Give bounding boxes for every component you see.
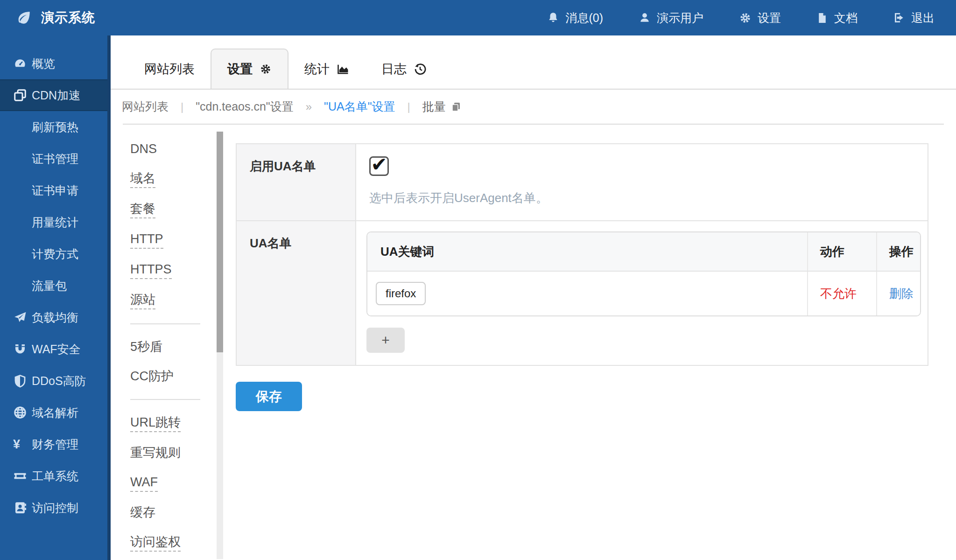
header-ua-keyword: UA关键词 [367,232,807,271]
menu-item-dns[interactable]: DNS [130,142,217,158]
sidebar-item-traffic-package[interactable]: 流量包 [0,270,107,301]
messages-menu-item[interactable]: 消息(0) [547,10,603,26]
sidebar-item-label: CDN加速 [32,88,80,103]
menu-item-cc-protect[interactable]: CC防护 [130,370,217,385]
menu-item-access-auth[interactable]: 访问鉴权 [130,535,217,552]
sidebar-item-label: 概览 [32,56,55,71]
sidebar-item-waf[interactable]: WAF安全 [0,333,107,365]
docs-menu-item[interactable]: 文档 [816,10,858,26]
brand: 演示系统 [0,9,95,27]
sidebar-item-cert-manage[interactable]: 证书管理 [0,143,107,175]
sidebar-item-refresh-preheat[interactable]: 刷新预热 [0,111,107,143]
tab-site-list[interactable]: 网站列表 [128,49,211,89]
user-icon [639,12,651,24]
copy-icon [450,101,462,112]
menu-item-cache[interactable]: 缓存 [130,506,217,521]
tab-statistics[interactable]: 统计 [288,49,366,89]
enable-ua-checkbox[interactable]: ✔ [369,156,389,176]
sidebar-item-billing-method[interactable]: 计费方式 [0,238,107,270]
menu-item-domain[interactable]: 域名 [130,172,217,188]
globe-icon [13,406,32,420]
sidebar-item-usage-stats[interactable]: 用量统计 [0,206,107,238]
docs-label: 文档 [834,10,858,26]
tab-label: 统计 [304,61,330,77]
breadcrumb-current[interactable]: "UA名单"设置 [324,99,395,114]
action-deny-toggle[interactable]: 不允许 [820,286,857,302]
settings-content: DNS 域名 套餐 HTTP HTTPS 源站 5秒盾 CC防护 URL跳转 重… [111,125,956,559]
document-icon [816,12,828,24]
ua-keyword-input[interactable]: firefox [376,282,426,305]
bell-icon [547,12,559,24]
settings-label: 设置 [758,10,781,26]
user-label: 演示用户 [657,10,703,26]
sidebar: 概览 CDN加速 刷新预热 证书管理 证书申请 用量统计 计费方式 流量包 [0,35,111,560]
breadcrumb-site-settings[interactable]: "cdn.teaos.cn"设置 [196,99,294,114]
magnet-icon [13,342,32,356]
breadcrumb-separator: | [181,100,183,113]
breadcrumb: 网站列表 | "cdn.teaos.cn"设置 » "UA名单"设置 | 批量 [111,90,956,124]
menu-item-origin[interactable]: 源站 [130,293,217,309]
table-row: firefox 不允许 删除 [367,272,920,315]
chart-area-icon [337,63,350,76]
sidebar-item-label: 刷新预热 [32,119,78,135]
gear-icon [739,12,752,24]
enable-ua-row: 启用UA名单 ✔ 选中后表示开启UserAgent名单。 [237,144,928,220]
menu-item-waf[interactable]: WAF [130,476,217,492]
settings-menu-item[interactable]: 设置 [739,10,781,26]
logout-menu-item[interactable]: 退出 [893,10,935,26]
menu-item-plan[interactable]: 套餐 [130,202,217,218]
settings-side-menu: DNS 域名 套餐 HTTP HTTPS 源站 5秒盾 CC防护 URL跳转 重… [130,142,217,560]
sidebar-item-label: 财务管理 [32,437,78,452]
logout-icon [893,12,905,24]
sidebar-item-ddos[interactable]: DDoS高防 [0,365,107,397]
sidebar-item-access-control[interactable]: 访问控制 [0,492,107,524]
breadcrumb-batch[interactable]: 批量 [422,99,462,114]
header-action: 动作 [807,232,876,271]
sidebar-item-label: 域名解析 [32,405,78,420]
sidebar-item-dns-resolve[interactable]: 域名解析 [0,397,107,428]
menu-item-https[interactable]: HTTPS [130,263,217,279]
sidebar-item-cert-apply[interactable]: 证书申请 [0,175,107,206]
sidebar-item-label: 流量包 [32,278,67,294]
ticket-icon [13,469,32,483]
sidebar-item-label: 访问控制 [32,500,78,516]
menu-divider [130,323,200,324]
sidebar-item-overview[interactable]: 概览 [0,48,107,79]
sidebar-item-finance[interactable]: ¥ 财务管理 [0,428,107,460]
user-menu-item[interactable]: 演示用户 [639,10,703,26]
topbar: 演示系统 消息(0) 演示用户 设置 文档 [0,0,956,35]
breadcrumb-site-list[interactable]: 网站列表 [122,99,169,114]
save-button[interactable]: 保存 [236,382,302,411]
enable-ua-label: 启用UA名单 [237,144,356,220]
address-book-icon [13,501,32,515]
logout-label: 退出 [911,10,935,26]
messages-label: 消息(0) [565,10,603,26]
app-title: 演示系统 [41,9,95,27]
menu-scrollbar-track[interactable] [217,132,223,559]
menu-item-5s-shield[interactable]: 5秒盾 [130,340,217,356]
paper-plane-icon [13,310,32,324]
shield-icon [13,374,32,388]
tab-logs[interactable]: 日志 [366,49,443,89]
header-operation: 操作 [876,232,920,271]
history-icon [414,63,427,76]
menu-item-rewrite-rules[interactable]: 重写规则 [130,446,217,462]
breadcrumb-separator: | [408,100,410,113]
main-content: 网站列表 设置 统计 日志 网站列表 | "cdn.teaos.cn"设置 » … [111,35,956,560]
menu-item-http[interactable]: HTTP [130,232,217,249]
sidebar-item-load-balance[interactable]: 负载均衡 [0,301,107,333]
ua-keyword-table: UA关键词 动作 操作 firefox 不允许 [366,231,921,316]
sidebar-item-label: 证书申请 [32,183,78,198]
ua-list-row: UA名单 UA关键词 动作 操作 firefox [237,220,928,365]
menu-item-url-redirect[interactable]: URL跳转 [130,416,217,432]
sidebar-item-cdn[interactable]: CDN加速 [0,79,107,111]
gauge-icon [13,56,32,70]
sidebar-item-tickets[interactable]: 工单系统 [0,460,107,492]
delete-row-link[interactable]: 删除 [889,286,914,302]
enable-ua-help-text: 选中后表示开启UserAgent名单。 [369,190,914,206]
tab-settings[interactable]: 设置 [211,49,288,89]
add-row-button[interactable]: + [366,328,405,353]
ua-settings-form: 启用UA名单 ✔ 选中后表示开启UserAgent名单。 UA名单 UA关键词 [236,143,928,411]
menu-scrollbar-thumb[interactable] [217,132,223,352]
sidebar-item-label: 计费方式 [32,246,78,262]
